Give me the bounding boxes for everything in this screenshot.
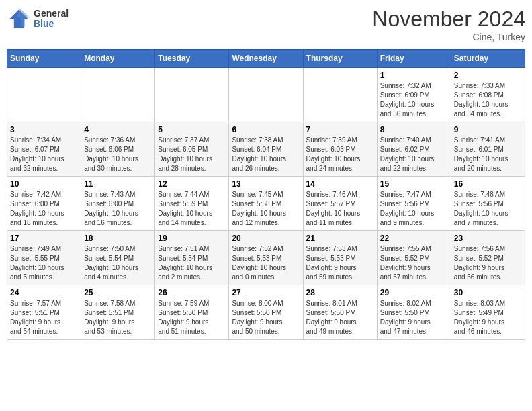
calendar-day: 22Sunrise: 7:55 AM Sunset: 5:52 PM Dayli… bbox=[377, 231, 451, 285]
calendar-day: 2Sunrise: 7:33 AM Sunset: 6:08 PM Daylig… bbox=[451, 68, 525, 122]
day-info: Sunrise: 7:49 AM Sunset: 5:55 PM Dayligh… bbox=[10, 244, 78, 282]
day-number: 8 bbox=[380, 125, 448, 134]
day-number: 18 bbox=[84, 234, 152, 243]
day-info: Sunrise: 7:57 AM Sunset: 5:51 PM Dayligh… bbox=[10, 299, 78, 336]
day-info: Sunrise: 7:51 AM Sunset: 5:54 PM Dayligh… bbox=[158, 244, 226, 282]
day-info: Sunrise: 7:40 AM Sunset: 6:02 PM Dayligh… bbox=[380, 136, 448, 173]
day-info: Sunrise: 7:44 AM Sunset: 5:59 PM Dayligh… bbox=[158, 190, 226, 228]
calendar-day: 30Sunrise: 8:03 AM Sunset: 5:49 PM Dayli… bbox=[451, 285, 525, 340]
day-info: Sunrise: 7:39 AM Sunset: 6:03 PM Dayligh… bbox=[306, 136, 374, 173]
day-info: Sunrise: 7:55 AM Sunset: 5:52 PM Dayligh… bbox=[380, 244, 448, 282]
day-info: Sunrise: 7:38 AM Sunset: 6:04 PM Dayligh… bbox=[232, 136, 300, 173]
day-number: 12 bbox=[158, 179, 226, 189]
day-info: Sunrise: 7:52 AM Sunset: 5:53 PM Dayligh… bbox=[232, 244, 300, 282]
weekday-header-sunday: Sunday bbox=[7, 50, 81, 68]
day-info: Sunrise: 7:37 AM Sunset: 6:05 PM Dayligh… bbox=[158, 136, 226, 173]
day-number: 29 bbox=[380, 288, 448, 298]
calendar-day bbox=[81, 68, 155, 122]
calendar-day: 24Sunrise: 7:57 AM Sunset: 5:51 PM Dayli… bbox=[7, 285, 81, 340]
day-info: Sunrise: 7:42 AM Sunset: 6:00 PM Dayligh… bbox=[10, 190, 78, 228]
calendar-day: 27Sunrise: 8:00 AM Sunset: 5:50 PM Dayli… bbox=[229, 285, 303, 340]
calendar-day: 23Sunrise: 7:56 AM Sunset: 5:52 PM Dayli… bbox=[451, 231, 525, 285]
calendar-day: 18Sunrise: 7:50 AM Sunset: 5:54 PM Dayli… bbox=[81, 231, 155, 285]
calendar-day: 19Sunrise: 7:51 AM Sunset: 5:54 PM Dayli… bbox=[155, 231, 229, 285]
calendar-day bbox=[303, 68, 377, 122]
day-number: 10 bbox=[10, 179, 78, 189]
day-info: Sunrise: 7:58 AM Sunset: 5:51 PM Dayligh… bbox=[84, 299, 152, 336]
day-number: 11 bbox=[84, 179, 152, 189]
day-number: 17 bbox=[10, 234, 78, 243]
day-number: 5 bbox=[158, 125, 226, 134]
calendar-day: 26Sunrise: 7:59 AM Sunset: 5:50 PM Dayli… bbox=[155, 285, 229, 340]
calendar-day bbox=[229, 68, 303, 122]
weekday-header-tuesday: Tuesday bbox=[155, 50, 229, 68]
weekday-header-thursday: Thursday bbox=[303, 50, 377, 68]
calendar-day: 16Sunrise: 7:48 AM Sunset: 5:56 PM Dayli… bbox=[451, 177, 525, 231]
location-label: Cine, Turkey bbox=[372, 32, 525, 42]
day-number: 13 bbox=[232, 179, 300, 189]
day-info: Sunrise: 8:00 AM Sunset: 5:50 PM Dayligh… bbox=[232, 299, 300, 336]
day-info: Sunrise: 7:47 AM Sunset: 5:56 PM Dayligh… bbox=[380, 190, 448, 228]
page-header: General Blue November 2024 Cine, Turkey bbox=[7, 7, 525, 42]
calendar-day: 3Sunrise: 7:34 AM Sunset: 6:07 PM Daylig… bbox=[7, 122, 81, 177]
day-number: 6 bbox=[232, 125, 300, 134]
calendar-week-5: 24Sunrise: 7:57 AM Sunset: 5:51 PM Dayli… bbox=[7, 285, 525, 340]
calendar-day: 8Sunrise: 7:40 AM Sunset: 6:02 PM Daylig… bbox=[377, 122, 451, 177]
weekday-header-wednesday: Wednesday bbox=[229, 50, 303, 68]
calendar-day: 25Sunrise: 7:58 AM Sunset: 5:51 PM Dayli… bbox=[81, 285, 155, 340]
weekday-header-saturday: Saturday bbox=[451, 50, 525, 68]
logo: General Blue bbox=[7, 7, 69, 31]
day-number: 2 bbox=[454, 71, 522, 80]
calendar-day: 14Sunrise: 7:46 AM Sunset: 5:57 PM Dayli… bbox=[303, 177, 377, 231]
day-number: 15 bbox=[380, 179, 448, 189]
day-number: 26 bbox=[158, 288, 226, 298]
title-section: November 2024 Cine, Turkey bbox=[372, 7, 525, 42]
month-year-title: November 2024 bbox=[372, 7, 525, 32]
day-info: Sunrise: 7:33 AM Sunset: 6:08 PM Dayligh… bbox=[454, 81, 522, 119]
calendar-day: 10Sunrise: 7:42 AM Sunset: 6:00 PM Dayli… bbox=[7, 177, 81, 231]
calendar-day: 28Sunrise: 8:01 AM Sunset: 5:50 PM Dayli… bbox=[303, 285, 377, 340]
calendar-day: 1Sunrise: 7:32 AM Sunset: 6:09 PM Daylig… bbox=[377, 68, 451, 122]
logo-icon bbox=[7, 7, 31, 31]
logo-general: General bbox=[34, 9, 69, 19]
calendar-week-4: 17Sunrise: 7:49 AM Sunset: 5:55 PM Dayli… bbox=[7, 231, 525, 285]
calendar-day: 7Sunrise: 7:39 AM Sunset: 6:03 PM Daylig… bbox=[303, 122, 377, 177]
weekday-header-monday: Monday bbox=[81, 50, 155, 68]
calendar-day: 17Sunrise: 7:49 AM Sunset: 5:55 PM Dayli… bbox=[7, 231, 81, 285]
day-number: 1 bbox=[380, 71, 448, 80]
day-number: 28 bbox=[306, 288, 374, 298]
day-number: 22 bbox=[380, 234, 448, 243]
day-info: Sunrise: 7:53 AM Sunset: 5:53 PM Dayligh… bbox=[306, 244, 374, 282]
day-number: 27 bbox=[232, 288, 300, 298]
day-number: 30 bbox=[454, 288, 522, 298]
day-info: Sunrise: 7:32 AM Sunset: 6:09 PM Dayligh… bbox=[380, 81, 448, 119]
day-info: Sunrise: 8:03 AM Sunset: 5:49 PM Dayligh… bbox=[454, 299, 522, 336]
calendar-header: SundayMondayTuesdayWednesdayThursdayFrid… bbox=[7, 50, 525, 68]
day-info: Sunrise: 7:34 AM Sunset: 6:07 PM Dayligh… bbox=[10, 136, 78, 173]
day-number: 20 bbox=[232, 234, 300, 243]
calendar-day: 5Sunrise: 7:37 AM Sunset: 6:05 PM Daylig… bbox=[155, 122, 229, 177]
day-number: 4 bbox=[84, 125, 152, 134]
day-number: 21 bbox=[306, 234, 374, 243]
calendar-day: 21Sunrise: 7:53 AM Sunset: 5:53 PM Dayli… bbox=[303, 231, 377, 285]
calendar-day: 15Sunrise: 7:47 AM Sunset: 5:56 PM Dayli… bbox=[377, 177, 451, 231]
weekday-header-friday: Friday bbox=[377, 50, 451, 68]
calendar-day bbox=[7, 68, 81, 122]
day-number: 19 bbox=[158, 234, 226, 243]
day-number: 14 bbox=[306, 179, 374, 189]
day-info: Sunrise: 7:59 AM Sunset: 5:50 PM Dayligh… bbox=[158, 299, 226, 336]
calendar-day: 20Sunrise: 7:52 AM Sunset: 5:53 PM Dayli… bbox=[229, 231, 303, 285]
calendar-week-3: 10Sunrise: 7:42 AM Sunset: 6:00 PM Dayli… bbox=[7, 177, 525, 231]
calendar-table: SundayMondayTuesdayWednesdayThursdayFrid… bbox=[7, 49, 525, 340]
day-number: 9 bbox=[454, 125, 522, 134]
calendar-day: 12Sunrise: 7:44 AM Sunset: 5:59 PM Dayli… bbox=[155, 177, 229, 231]
day-info: Sunrise: 7:45 AM Sunset: 5:58 PM Dayligh… bbox=[232, 190, 300, 228]
day-number: 3 bbox=[10, 125, 78, 134]
calendar-day: 11Sunrise: 7:43 AM Sunset: 6:00 PM Dayli… bbox=[81, 177, 155, 231]
calendar-week-2: 3Sunrise: 7:34 AM Sunset: 6:07 PM Daylig… bbox=[7, 122, 525, 177]
day-number: 24 bbox=[10, 288, 78, 298]
calendar-day: 29Sunrise: 8:02 AM Sunset: 5:50 PM Dayli… bbox=[377, 285, 451, 340]
logo-blue: Blue bbox=[34, 19, 69, 29]
day-info: Sunrise: 8:02 AM Sunset: 5:50 PM Dayligh… bbox=[380, 299, 448, 336]
day-info: Sunrise: 7:56 AM Sunset: 5:52 PM Dayligh… bbox=[454, 244, 522, 282]
